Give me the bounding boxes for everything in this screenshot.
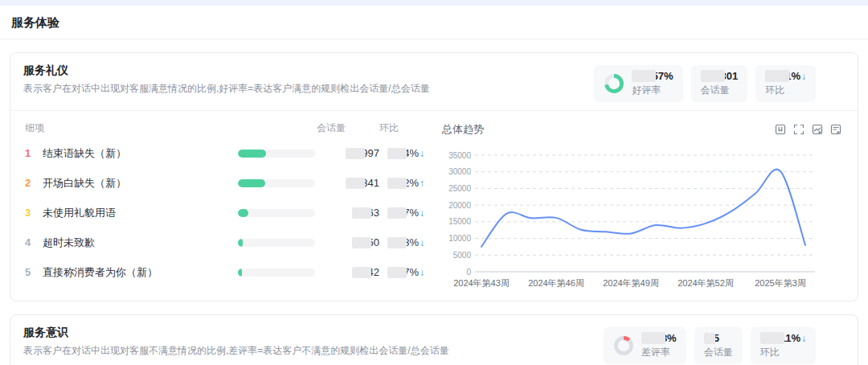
chart-title: 总体趋势 xyxy=(442,122,484,137)
row-delta: 2%↑ xyxy=(379,177,424,189)
rank-number: 5 xyxy=(25,266,43,278)
card-header: 服务意识 表示客户在对话中出现对客服不满意情况的比例,差评率=表达客户不满意的规… xyxy=(10,315,858,365)
fullscreen-icon[interactable] xyxy=(793,124,805,135)
service-etiquette-card: 服务礼仪 表示客户在对话中出现对客服满意情况的比例,好评率=表达客户满意的规则检… xyxy=(10,52,858,301)
chart-header: 总体趋势 xyxy=(439,122,846,137)
row-volume: 341 xyxy=(326,177,379,189)
row-volume: 42 xyxy=(326,266,379,278)
redaction-blur xyxy=(352,267,371,278)
stat-label: 环比 xyxy=(760,346,806,359)
stat-period-comparison: 1%↓ 环比 xyxy=(755,65,816,102)
trend-chart-panel: 总体趋势 xyxy=(432,111,858,293)
header-ratio: 环比 xyxy=(370,121,424,135)
redaction-blur xyxy=(346,178,365,189)
down-arrow-icon: ↓ xyxy=(801,333,806,344)
stat-label: 差评率 xyxy=(641,346,677,359)
rank-number: 2 xyxy=(25,177,43,189)
down-arrow-icon: ↓ xyxy=(420,237,424,248)
stat-value: 11%↓ xyxy=(760,332,806,344)
svg-text:2024年第43周: 2024年第43周 xyxy=(453,278,510,288)
chart-toolbar xyxy=(775,124,841,135)
card-description: 表示客户在对话中出现对客服不满意情况的比例,差评率=表达客户不满意的规则检出会话… xyxy=(23,344,449,358)
card-header-text: 服务礼仪 表示客户在对话中出现对客服满意情况的比例,好评率=表达客户满意的规则检… xyxy=(23,64,430,96)
row-volume: 63 xyxy=(326,207,379,219)
stat-conversation-volume: 301 会话量 xyxy=(691,65,748,102)
stat-value: 1%↓ xyxy=(765,70,806,82)
row-label: 未使用礼貌用语 xyxy=(43,206,238,220)
card-description: 表示客户在对话中出现对客服满意情况的比例,好评率=表达客户满意的规则检出会话量/… xyxy=(23,82,430,96)
row-label: 超时未致歉 xyxy=(43,236,238,250)
card-header-text: 服务意识 表示客户在对话中出现对客服不满意情况的比例,差评率=表达客户不满意的规… xyxy=(23,326,449,358)
svg-text:15000: 15000 xyxy=(448,217,471,226)
card-header: 服务礼仪 表示客户在对话中出现对客服满意情况的比例,好评率=表达客户满意的规则检… xyxy=(10,53,858,110)
progress-bar xyxy=(238,239,315,247)
down-arrow-icon: ↓ xyxy=(801,71,806,82)
summary-stats: 57% 好评率 301 会话量 1%↓ 环比 xyxy=(594,65,816,102)
table-row[interactable]: 4 超时未致歉 50 3%↓ xyxy=(10,228,432,257)
redaction-blur xyxy=(387,237,407,248)
redaction-blur xyxy=(387,148,407,159)
redaction-blur xyxy=(387,178,407,189)
detail-table: 细项 会话量 环比 1 结束语缺失（新） 997 4%↓ 2 开场白缺失（新） xyxy=(10,111,432,293)
row-label: 结束语缺失（新） xyxy=(43,146,238,161)
bookmark-icon[interactable] xyxy=(775,124,786,135)
row-delta: 7%↓ xyxy=(379,266,424,278)
svg-text:2024年第46周: 2024年第46周 xyxy=(528,278,584,288)
table-row[interactable]: 3 未使用礼貌用语 63 7%↓ xyxy=(10,198,432,228)
svg-text:2024年第49周: 2024年第49周 xyxy=(603,278,659,288)
svg-text:30000: 30000 xyxy=(448,167,471,176)
redaction-blur xyxy=(346,148,365,159)
redaction-blur xyxy=(352,207,371,219)
row-volume: 997 xyxy=(326,147,379,159)
svg-text:2024年第52周: 2024年第52周 xyxy=(678,278,734,288)
progress-bar xyxy=(238,209,315,217)
stat-value: 5 xyxy=(704,332,733,344)
stat-value: 3% xyxy=(641,332,677,344)
row-delta: 7%↓ xyxy=(379,207,424,219)
redaction-blur xyxy=(632,70,656,82)
row-label: 直接称消费者为你（新） xyxy=(43,265,238,280)
redaction-blur xyxy=(701,70,725,82)
svg-text:0: 0 xyxy=(466,268,471,277)
stat-value: 301 xyxy=(701,70,739,82)
card-body: 细项 会话量 环比 1 结束语缺失（新） 997 4%↓ 2 开场白缺失（新） xyxy=(10,111,858,293)
svg-text:2025年第3周: 2025年第3周 xyxy=(755,278,806,288)
export-report-icon[interactable] xyxy=(830,124,841,135)
row-delta: 4%↓ xyxy=(379,147,424,159)
card-title: 服务意识 xyxy=(23,326,449,340)
table-header-row: 细项 会话量 环比 xyxy=(10,117,432,138)
svg-text:5000: 5000 xyxy=(453,251,472,260)
card-title: 服务礼仪 xyxy=(23,64,430,78)
content-area: 服务礼仪 表示客户在对话中出现对客服满意情况的比例,好评率=表达客户满意的规则检… xyxy=(0,39,868,365)
stat-period-comparison: 11%↓ 环比 xyxy=(751,327,816,364)
stat-label: 好评率 xyxy=(632,84,673,97)
svg-text:35000: 35000 xyxy=(448,151,471,160)
redaction-blur xyxy=(704,333,715,344)
stat-positive-rate: 57% 好评率 xyxy=(594,65,682,102)
summary-stats: 3% 差评率 5 会话量 11%↓ 环比 xyxy=(604,327,816,364)
down-arrow-icon: ↓ xyxy=(420,267,424,278)
stat-label: 环比 xyxy=(765,84,806,97)
rank-number: 1 xyxy=(25,147,43,159)
progress-bar xyxy=(238,179,315,187)
negative-rate-donut-icon xyxy=(613,335,634,356)
rank-number: 4 xyxy=(25,236,43,248)
top-accent-strip xyxy=(0,0,868,6)
svg-text:20000: 20000 xyxy=(448,201,471,210)
table-row[interactable]: 2 开场白缺失（新） 341 2%↑ xyxy=(10,168,432,198)
svg-text:25000: 25000 xyxy=(448,184,471,193)
page-title: 服务体验 xyxy=(11,15,857,31)
row-delta: 3%↓ xyxy=(379,236,424,248)
redaction-blur xyxy=(352,237,371,248)
header-item: 细项 xyxy=(25,121,317,135)
row-volume: 50 xyxy=(326,236,379,248)
stat-negative-rate: 3% 差评率 xyxy=(604,327,686,364)
trend-line-chart: 050001000015000200002500030000350002024年… xyxy=(439,145,825,293)
redaction-blur xyxy=(641,332,665,344)
down-arrow-icon: ↓ xyxy=(420,207,424,219)
export-image-icon[interactable] xyxy=(812,124,823,135)
down-arrow-icon: ↓ xyxy=(420,148,424,159)
table-row[interactable]: 5 直接称消费者为你（新） 42 7%↓ xyxy=(10,257,432,287)
table-row[interactable]: 1 结束语缺失（新） 997 4%↓ xyxy=(10,138,432,168)
page-header: 服务体验 xyxy=(0,6,868,39)
